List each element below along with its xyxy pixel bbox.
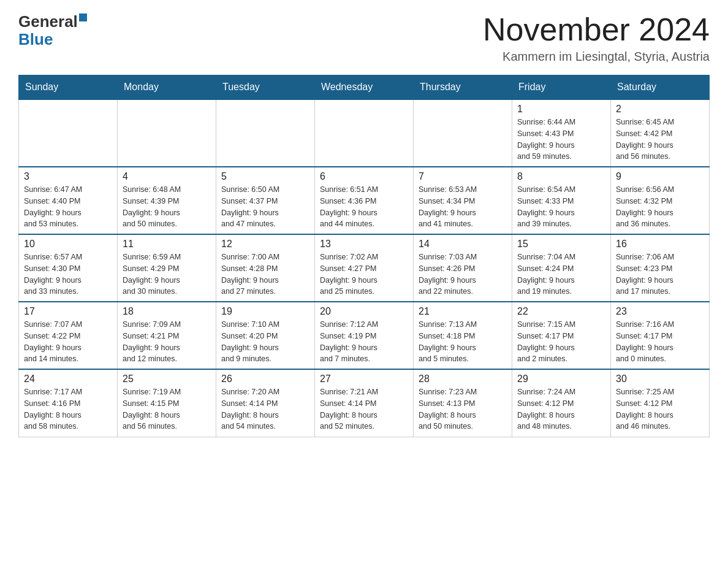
day-info: Sunrise: 7:25 AM Sunset: 4:12 PM Dayligh…: [616, 386, 704, 432]
table-row: 24Sunrise: 7:17 AM Sunset: 4:16 PM Dayli…: [19, 369, 118, 437]
col-sunday: Sunday: [19, 75, 118, 100]
table-row: 26Sunrise: 7:20 AM Sunset: 4:14 PM Dayli…: [216, 369, 315, 437]
table-row: 15Sunrise: 7:04 AM Sunset: 4:24 PM Dayli…: [512, 234, 611, 302]
week-row-4: 17Sunrise: 7:07 AM Sunset: 4:22 PM Dayli…: [19, 302, 710, 369]
day-info: Sunrise: 7:07 AM Sunset: 4:22 PM Dayligh…: [24, 319, 112, 365]
table-row: 5Sunrise: 6:50 AM Sunset: 4:37 PM Daylig…: [216, 167, 315, 234]
day-info: Sunrise: 7:21 AM Sunset: 4:14 PM Dayligh…: [320, 386, 408, 432]
day-number: 29: [517, 373, 605, 385]
day-info: Sunrise: 7:02 AM Sunset: 4:27 PM Dayligh…: [320, 251, 408, 297]
table-row: [118, 99, 216, 167]
day-number: 21: [419, 306, 507, 317]
table-row: 16Sunrise: 7:06 AM Sunset: 4:23 PM Dayli…: [611, 234, 710, 302]
month-title: November 2024: [483, 12, 710, 47]
calendar-table: Sunday Monday Tuesday Wednesday Thursday…: [18, 75, 710, 437]
week-row-3: 10Sunrise: 6:57 AM Sunset: 4:30 PM Dayli…: [19, 234, 710, 302]
day-number: 12: [221, 239, 309, 250]
col-monday: Monday: [118, 75, 216, 100]
day-info: Sunrise: 6:51 AM Sunset: 4:36 PM Dayligh…: [320, 184, 408, 230]
day-info: Sunrise: 7:16 AM Sunset: 4:17 PM Dayligh…: [616, 319, 704, 365]
day-number: 23: [616, 306, 704, 317]
table-row: 6Sunrise: 6:51 AM Sunset: 4:36 PM Daylig…: [315, 167, 414, 234]
day-info: Sunrise: 7:03 AM Sunset: 4:26 PM Dayligh…: [419, 251, 507, 297]
table-row: 19Sunrise: 7:10 AM Sunset: 4:20 PM Dayli…: [216, 302, 315, 369]
table-row: 3Sunrise: 6:47 AM Sunset: 4:40 PM Daylig…: [19, 167, 118, 234]
day-info: Sunrise: 7:24 AM Sunset: 4:12 PM Dayligh…: [517, 386, 605, 432]
day-info: Sunrise: 6:53 AM Sunset: 4:34 PM Dayligh…: [419, 184, 507, 230]
table-row: [315, 99, 414, 167]
day-info: Sunrise: 6:57 AM Sunset: 4:30 PM Dayligh…: [24, 251, 112, 297]
day-number: 8: [517, 171, 605, 182]
day-number: 11: [123, 239, 211, 250]
day-info: Sunrise: 6:54 AM Sunset: 4:33 PM Dayligh…: [517, 184, 605, 230]
table-row: 21Sunrise: 7:13 AM Sunset: 4:18 PM Dayli…: [414, 302, 512, 369]
day-number: 5: [221, 171, 309, 182]
day-number: 30: [616, 373, 704, 385]
day-info: Sunrise: 7:13 AM Sunset: 4:18 PM Dayligh…: [419, 319, 507, 365]
day-info: Sunrise: 6:45 AM Sunset: 4:42 PM Dayligh…: [616, 117, 704, 163]
table-row: 30Sunrise: 7:25 AM Sunset: 4:12 PM Dayli…: [611, 369, 710, 437]
table-row: [216, 99, 315, 167]
page-header: General Blue November 2024 Kammern im Li…: [18, 12, 710, 64]
table-row: 1Sunrise: 6:44 AM Sunset: 4:43 PM Daylig…: [512, 99, 611, 167]
table-row: 18Sunrise: 7:09 AM Sunset: 4:21 PM Dayli…: [118, 302, 216, 369]
table-row: 29Sunrise: 7:24 AM Sunset: 4:12 PM Dayli…: [512, 369, 611, 437]
table-row: 9Sunrise: 6:56 AM Sunset: 4:32 PM Daylig…: [611, 167, 710, 234]
day-number: 15: [517, 239, 605, 250]
table-row: 25Sunrise: 7:19 AM Sunset: 4:15 PM Dayli…: [118, 369, 216, 437]
day-number: 26: [221, 373, 309, 385]
title-area: November 2024 Kammern im Liesingtal, Sty…: [483, 12, 710, 64]
logo-general: General: [18, 12, 78, 31]
col-wednesday: Wednesday: [315, 75, 414, 100]
table-row: 2Sunrise: 6:45 AM Sunset: 4:42 PM Daylig…: [611, 99, 710, 167]
day-number: 22: [517, 306, 605, 317]
day-info: Sunrise: 6:50 AM Sunset: 4:37 PM Dayligh…: [221, 184, 309, 230]
location-subtitle: Kammern im Liesingtal, Styria, Austria: [483, 50, 710, 64]
day-number: 13: [320, 239, 408, 250]
table-row: 11Sunrise: 6:59 AM Sunset: 4:29 PM Dayli…: [118, 234, 216, 302]
col-thursday: Thursday: [414, 75, 512, 100]
table-row: 23Sunrise: 7:16 AM Sunset: 4:17 PM Dayli…: [611, 302, 710, 369]
day-info: Sunrise: 7:06 AM Sunset: 4:23 PM Dayligh…: [616, 251, 704, 297]
day-info: Sunrise: 7:00 AM Sunset: 4:28 PM Dayligh…: [221, 251, 309, 297]
day-number: 14: [419, 239, 507, 250]
day-number: 25: [123, 373, 211, 385]
day-number: 19: [221, 306, 309, 317]
day-number: 24: [24, 373, 112, 385]
col-tuesday: Tuesday: [216, 75, 315, 100]
day-number: 7: [419, 171, 507, 182]
table-row: 20Sunrise: 7:12 AM Sunset: 4:19 PM Dayli…: [315, 302, 414, 369]
day-info: Sunrise: 7:19 AM Sunset: 4:15 PM Dayligh…: [123, 386, 211, 432]
table-row: 13Sunrise: 7:02 AM Sunset: 4:27 PM Dayli…: [315, 234, 414, 302]
day-info: Sunrise: 7:17 AM Sunset: 4:16 PM Dayligh…: [24, 386, 112, 432]
day-number: 3: [24, 171, 112, 182]
day-info: Sunrise: 7:15 AM Sunset: 4:17 PM Dayligh…: [517, 319, 605, 365]
col-friday: Friday: [512, 75, 611, 100]
day-number: 6: [320, 171, 408, 182]
table-row: 8Sunrise: 6:54 AM Sunset: 4:33 PM Daylig…: [512, 167, 611, 234]
table-row: 4Sunrise: 6:48 AM Sunset: 4:39 PM Daylig…: [118, 167, 216, 234]
table-row: 10Sunrise: 6:57 AM Sunset: 4:30 PM Dayli…: [19, 234, 118, 302]
day-info: Sunrise: 6:56 AM Sunset: 4:32 PM Dayligh…: [616, 184, 704, 230]
table-row: 22Sunrise: 7:15 AM Sunset: 4:17 PM Dayli…: [512, 302, 611, 369]
day-info: Sunrise: 6:48 AM Sunset: 4:39 PM Dayligh…: [123, 184, 211, 230]
day-number: 1: [517, 104, 605, 115]
day-number: 27: [320, 373, 408, 385]
table-row: 28Sunrise: 7:23 AM Sunset: 4:13 PM Dayli…: [414, 369, 512, 437]
day-info: Sunrise: 7:04 AM Sunset: 4:24 PM Dayligh…: [517, 251, 605, 297]
day-number: 4: [123, 171, 211, 182]
week-row-2: 3Sunrise: 6:47 AM Sunset: 4:40 PM Daylig…: [19, 167, 710, 234]
day-number: 17: [24, 306, 112, 317]
table-row: 14Sunrise: 7:03 AM Sunset: 4:26 PM Dayli…: [414, 234, 512, 302]
table-row: 7Sunrise: 6:53 AM Sunset: 4:34 PM Daylig…: [414, 167, 512, 234]
day-info: Sunrise: 7:09 AM Sunset: 4:21 PM Dayligh…: [123, 319, 211, 365]
day-number: 2: [616, 104, 704, 115]
day-number: 18: [123, 306, 211, 317]
table-row: 27Sunrise: 7:21 AM Sunset: 4:14 PM Dayli…: [315, 369, 414, 437]
week-row-5: 24Sunrise: 7:17 AM Sunset: 4:16 PM Dayli…: [19, 369, 710, 437]
col-saturday: Saturday: [611, 75, 710, 100]
day-number: 20: [320, 306, 408, 317]
day-info: Sunrise: 7:23 AM Sunset: 4:13 PM Dayligh…: [419, 386, 507, 432]
logo-blue: Blue: [18, 30, 53, 48]
day-info: Sunrise: 6:59 AM Sunset: 4:29 PM Dayligh…: [123, 251, 211, 297]
